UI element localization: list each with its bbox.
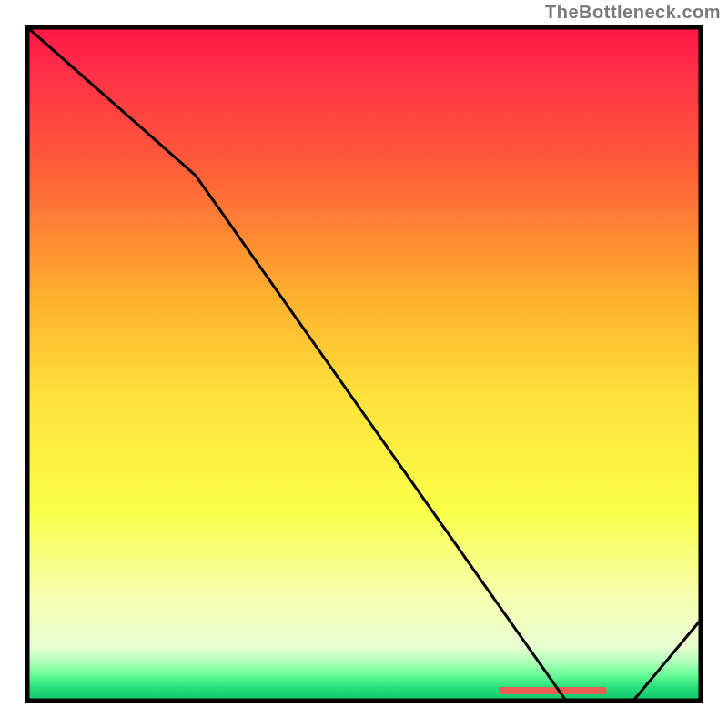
minimum-marker	[499, 687, 606, 694]
plot-background	[27, 27, 701, 701]
chart-container: TheBottleneck.com	[0, 0, 728, 728]
chart-svg	[0, 0, 728, 728]
